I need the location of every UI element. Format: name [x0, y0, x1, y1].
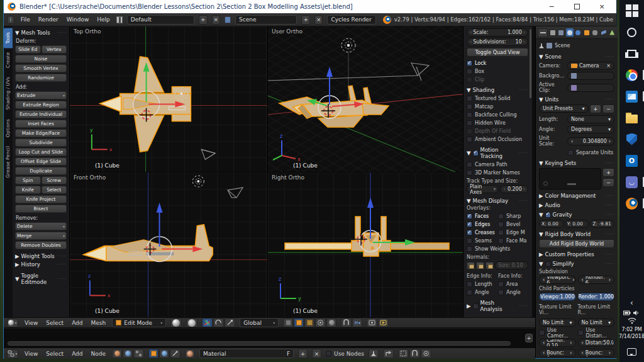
checkbox[interactable] [498, 213, 504, 219]
checkbox-checked[interactable]: ✓ [467, 222, 472, 227]
extrude-menu-button[interactable]: Extrude▾ [15, 91, 67, 99]
subdivisions-field[interactable]: ‹ Subdivisions: 10 › [467, 38, 528, 46]
delete-scene-button[interactable]: × [314, 15, 323, 25]
child-viewport-slider[interactable]: Viewpo:1.000 [539, 293, 576, 301]
checkbox[interactable] [467, 281, 472, 287]
normals-vertex-icon[interactable] [467, 262, 475, 269]
screen-layout-field[interactable]: Default [127, 15, 194, 25]
camera-datablock-field[interactable]: Camera× [567, 62, 614, 70]
creases-row[interactable]: ✓Creases [467, 229, 497, 237]
render-opengl-icon[interactable] [367, 318, 377, 327]
step-right-icon[interactable]: › [570, 350, 572, 356]
new-material-button[interactable]: + [298, 349, 308, 358]
sharp-row[interactable]: Sharp [498, 212, 528, 220]
length-select[interactable]: None▾ [567, 115, 614, 123]
face-area-row[interactable]: Area [498, 280, 528, 288]
panel-grip[interactable]: ···· [605, 261, 614, 267]
editor-type-info-icon[interactable]: i [7, 16, 14, 24]
start-button[interactable] [625, 4, 639, 18]
gravity-z-field[interactable]: Z: -9.81 [590, 220, 614, 228]
checkbox[interactable] [473, 303, 479, 309]
editor-type-3dview-icon[interactable]: ▾ [7, 319, 18, 327]
remove-preset-button[interactable]: − [602, 105, 614, 113]
face-mark-row[interactable]: Face Ma [498, 237, 528, 245]
tab-grease-pencil[interactable]: Grease Pencil [4, 142, 13, 183]
step-right-icon[interactable]: › [523, 30, 525, 35]
menu-select[interactable]: Select [44, 351, 65, 357]
noise-button[interactable]: Noise [15, 55, 67, 63]
mesh-display-header[interactable]: ▼Mesh Display···· [467, 198, 528, 204]
slot-brush-icon[interactable] [170, 349, 180, 358]
background-set-field[interactable] [567, 72, 614, 80]
add-scene-button[interactable]: + [301, 15, 309, 25]
step-right-icon[interactable]: › [572, 277, 574, 283]
unlink-material-button[interactable]: × [312, 349, 321, 358]
mesh-analysis-header[interactable]: ▶Mesh Analysis···· [467, 300, 528, 312]
menu-help[interactable]: Help [95, 16, 112, 23]
angle-select[interactable]: Degrees▾ [567, 125, 614, 133]
taskbar-blender[interactable] [625, 196, 639, 210]
keying-sets-header[interactable]: ▼Keying Sets···· [539, 160, 614, 166]
slot-material-icon[interactable] [148, 349, 158, 358]
checkbox[interactable] [467, 238, 472, 244]
vertex-slide-button[interactable]: Vertex [42, 45, 67, 54]
title-bar[interactable]: Blender* [C:\Users\rache\Documents\Blend… [4, 0, 616, 13]
screw-button[interactable]: Screw [42, 176, 67, 184]
ao-bounces-render-field[interactable]: ‹AO Bounc: 0› [578, 349, 615, 357]
minimize-button[interactable]: − [541, 3, 562, 11]
screen-layout-icon[interactable] [116, 16, 123, 23]
cortana-button[interactable] [625, 25, 639, 39]
node-editor-hscrollbar[interactable] [8, 341, 511, 346]
checkbox-checked[interactable]: ✓ [467, 213, 472, 219]
node-panel-expand-button[interactable]: + [525, 334, 533, 342]
snap-node-target-icon[interactable] [421, 349, 431, 358]
camera-object[interactable] [201, 149, 215, 159]
tab-scene[interactable] [566, 28, 573, 37]
simplify-viewport-field[interactable]: ‹Viewport: 6› [539, 276, 576, 284]
snap-node-icon[interactable] [398, 349, 409, 358]
knife-project-button[interactable]: Knife Project [15, 195, 67, 203]
separate-units-row[interactable]: Separate Units [568, 149, 614, 157]
add-layout-button[interactable]: + [199, 15, 207, 25]
ambient-occlusion-row[interactable]: Ambient Occlusion [467, 135, 528, 144]
toggle-editmode-header[interactable]: ▼ Toggle Editmode ···· [15, 273, 67, 285]
knife-button[interactable]: Knife [15, 186, 41, 194]
shader-object-icon[interactable] [112, 349, 122, 358]
taskbar-outlook[interactable]: O [625, 154, 639, 167]
track-size-field[interactable]: ‹0.200› [500, 185, 528, 193]
wifi-icon[interactable] [628, 317, 636, 324]
checkbox[interactable] [467, 162, 472, 167]
snap-magnet-icon[interactable] [341, 318, 352, 327]
step-right-icon[interactable]: › [609, 277, 611, 283]
tab-create[interactable]: Create [4, 48, 13, 72]
step-left-icon[interactable]: ‹ [582, 350, 584, 356]
add-rigid-body-world-button[interactable]: Add Rigid Body World [539, 239, 614, 248]
pivot-center-select[interactable] [186, 318, 197, 327]
panel-grip[interactable]: ···· [605, 251, 614, 257]
proportional-edit-icon[interactable] [326, 318, 336, 327]
panel-grip[interactable]: ···· [605, 202, 614, 208]
editor-type-node-icon[interactable]: ▾ [7, 349, 18, 358]
step-right-icon[interactable]: › [523, 186, 525, 192]
tab-object[interactable] [583, 28, 590, 37]
extrude-region-button[interactable]: Extrude Region [15, 101, 67, 109]
motion-tracking-header[interactable]: ▼✓Motion Tracking···· [467, 147, 528, 159]
checkbox[interactable] [467, 112, 472, 118]
checkbox[interactable] [568, 150, 574, 156]
checkbox[interactable] [467, 137, 472, 142]
shader-world-icon[interactable] [123, 349, 133, 358]
checkbox[interactable] [326, 351, 331, 356]
panel-grip[interactable]: ···· [605, 212, 614, 218]
custom-properties-header[interactable]: ▶Custom Properties···· [539, 251, 614, 257]
knife-select-button[interactable]: Select [42, 186, 67, 194]
texture-limit-render-select[interactable]: No Limit▾ [578, 319, 615, 327]
child-render-slider[interactable]: Render: 1.000 [578, 293, 615, 301]
layer-cube-1-icon[interactable] [283, 318, 293, 327]
unit-presets-select[interactable]: Unit Presets▾ [539, 105, 589, 113]
snap-node-magnet-icon[interactable] [409, 349, 420, 358]
marker-names-row[interactable]: 3D Marker Names [467, 169, 528, 177]
show-weights-row[interactable]: Show Weights [467, 245, 528, 253]
node-editor-region[interactable]: + [4, 329, 535, 348]
camera-object[interactable] [228, 188, 243, 198]
shader-linestyle-icon[interactable] [133, 349, 144, 358]
